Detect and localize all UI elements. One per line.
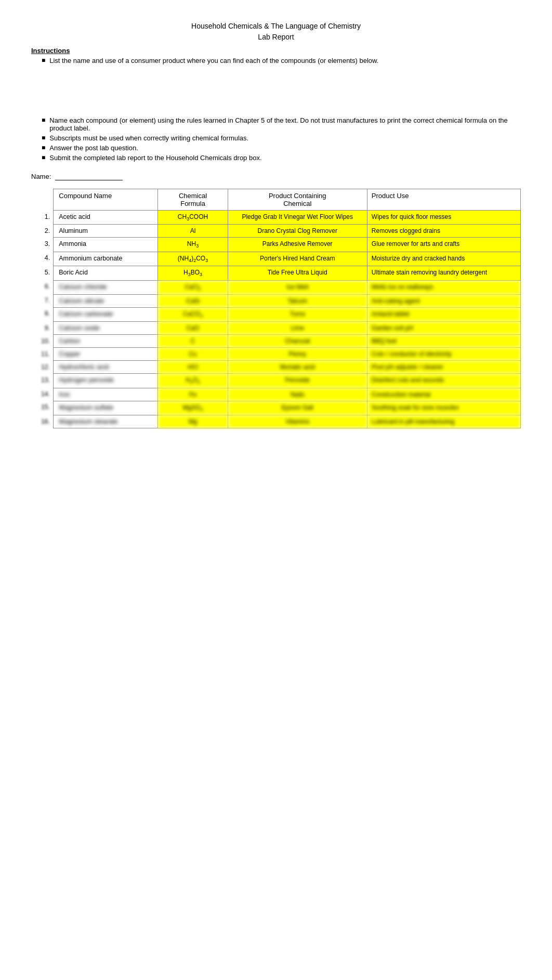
col-compound-header: Compound Name — [54, 189, 158, 211]
compound-name: Calcium oxide — [54, 322, 158, 335]
product-name: Epsom Salt — [228, 401, 367, 415]
product-use: BBQ fuel — [367, 335, 520, 348]
page-title: Household Chemicals & The Language of Ch… — [31, 21, 521, 43]
product-name: Vitamins — [228, 415, 367, 428]
product-name: Penny — [228, 348, 367, 361]
table-row: 1.Acetic acidCH3COOHPledge Grab It Vineg… — [31, 211, 521, 225]
row-number: 1. — [31, 211, 54, 225]
compound-name: Carbon — [54, 335, 158, 348]
product-name: Tums — [228, 307, 367, 321]
product-use: Ultimate stain removing laundry detergen… — [367, 266, 520, 280]
bullet-icon-2: ■ — [42, 116, 45, 124]
product-use: Removes clogged drains — [367, 225, 520, 238]
product-name: Drano Crystal Clog Remover — [228, 225, 367, 238]
product-name: Ice Melt — [228, 280, 367, 294]
chemical-formula: Fe — [158, 388, 228, 401]
compound-name: Calcium silicate — [54, 294, 158, 307]
product-use: Moisturize dry and cracked hands — [367, 252, 520, 266]
product-use: Coin / conductor of electricity — [367, 348, 520, 361]
compound-name: Aluminum — [54, 225, 158, 238]
product-use: Soothing soak for sore muscles — [367, 401, 520, 415]
table-row: 9.Calcium oxideCaOLimeGarden soil pH — [31, 322, 521, 335]
table-row: 12.Hydrochloric acidHClMuriatic acidPool… — [31, 361, 521, 374]
bullet-icon-3: ■ — [42, 134, 45, 141]
product-use: Melts ice on walkways — [367, 280, 520, 294]
col-use-header: Product Use — [367, 189, 520, 211]
compound-name: Iron — [54, 388, 158, 401]
name-field[interactable] — [55, 172, 123, 180]
bullet-icon: ■ — [42, 57, 45, 64]
chemical-formula: NH3 — [158, 238, 228, 252]
product-name: Peroxide — [228, 374, 367, 388]
row-number: 2. — [31, 225, 54, 238]
instruction-1: List the name and use of a consumer prod… — [49, 57, 378, 64]
table-row: 3.AmmoniaNH3Parks Adhesive RemoverGlue r… — [31, 238, 521, 252]
instruction-2: Name each compound (or element) using th… — [49, 116, 521, 132]
chemical-formula: (NH4)2CO3 — [158, 252, 228, 266]
compound-name: Acetic acid — [54, 211, 158, 225]
row-number: 12. — [31, 361, 54, 374]
row-number: 15. — [31, 401, 54, 415]
row-number: 10. — [31, 335, 54, 348]
compound-name: Magnesium sulfate — [54, 401, 158, 415]
compound-name: Hydrogen peroxide — [54, 374, 158, 388]
product-name: Porter's Hired Hand Cream — [228, 252, 367, 266]
compound-name: Ammonia — [54, 238, 158, 252]
table-row: 15.Magnesium sulfateMgSO4Epsom SaltSooth… — [31, 401, 521, 415]
chemical-formula: CaSi — [158, 294, 228, 307]
compound-name: Ammonium carbonate — [54, 252, 158, 266]
row-number: 11. — [31, 348, 54, 361]
col-formula-header: ChemicalFormula — [158, 189, 228, 211]
product-use: Disinfect cuts and wounds — [367, 374, 520, 388]
instruction-4: Answer the post lab question. — [49, 144, 138, 152]
product-use: Garden soil pH — [367, 322, 520, 335]
table-row: 14.IronFeNailsConstruction material — [31, 388, 521, 401]
col-num-header — [31, 189, 54, 211]
row-number: 6. — [31, 280, 54, 294]
name-label: Name: — [31, 173, 51, 180]
table-row: 2.AluminumAlDrano Crystal Clog RemoverRe… — [31, 225, 521, 238]
product-use: Pool pH adjuster / cleaner — [367, 361, 520, 374]
chemicals-table: Compound Name ChemicalFormula Product Co… — [31, 189, 521, 428]
row-number: 9. — [31, 322, 54, 335]
product-use: Construction material — [367, 388, 520, 401]
compound-name: Boric Acid — [54, 266, 158, 280]
table-row: 10.CarbonCCharcoalBBQ fuel — [31, 335, 521, 348]
table-row: 8.Calcium carbonateCaCO3TumsAntacid tabl… — [31, 307, 521, 321]
product-name: Talcum — [228, 294, 367, 307]
table-row: 11.CopperCuPennyCoin / conductor of elec… — [31, 348, 521, 361]
table-row: 4.Ammonium carbonate(NH4)2CO3Porter's Hi… — [31, 252, 521, 266]
table-row: 5.Boric AcidH3BO3Tide Free Ultra LiquidU… — [31, 266, 521, 280]
compound-name: Magnesium stearate — [54, 415, 158, 428]
product-use: Anti-caking agent — [367, 294, 520, 307]
product-use: Antacid tablet — [367, 307, 520, 321]
chemical-formula: H3BO3 — [158, 266, 228, 280]
row-number: 8. — [31, 307, 54, 321]
table-row: 7.Calcium silicateCaSiTalcumAnti-caking … — [31, 294, 521, 307]
compound-name: Calcium chloride — [54, 280, 158, 294]
compound-name: Copper — [54, 348, 158, 361]
row-number: 3. — [31, 238, 54, 252]
instructions-label: Instructions — [31, 47, 521, 55]
compound-name: Hydrochloric acid — [54, 361, 158, 374]
product-use: Glue remover for arts and crafts — [367, 238, 520, 252]
chemical-formula: Al — [158, 225, 228, 238]
table-row: 13.Hydrogen peroxideH2O2PeroxideDisinfec… — [31, 374, 521, 388]
bullet-icon-5: ■ — [42, 154, 45, 161]
table-row: 16.Magnesium stearateMgVitaminsLubricant… — [31, 415, 521, 428]
product-use: Wipes for quick floor messes — [367, 211, 520, 225]
instruction-5: Submit the completed lab report to the H… — [49, 154, 261, 162]
product-name: Nails — [228, 388, 367, 401]
row-number: 4. — [31, 252, 54, 266]
chemical-formula: HCl — [158, 361, 228, 374]
compound-name: Calcium carbonate — [54, 307, 158, 321]
chemical-formula: Mg — [158, 415, 228, 428]
product-name: Lime — [228, 322, 367, 335]
chemical-formula: CaCl2 — [158, 280, 228, 294]
row-number: 5. — [31, 266, 54, 280]
chemical-formula: CaCO3 — [158, 307, 228, 321]
product-name: Parks Adhesive Remover — [228, 238, 367, 252]
chemical-formula: H2O2 — [158, 374, 228, 388]
product-use: Lubricant in pill manufacturing — [367, 415, 520, 428]
product-name: Pledge Grab It Vinegar Wet Floor Wipes — [228, 211, 367, 225]
